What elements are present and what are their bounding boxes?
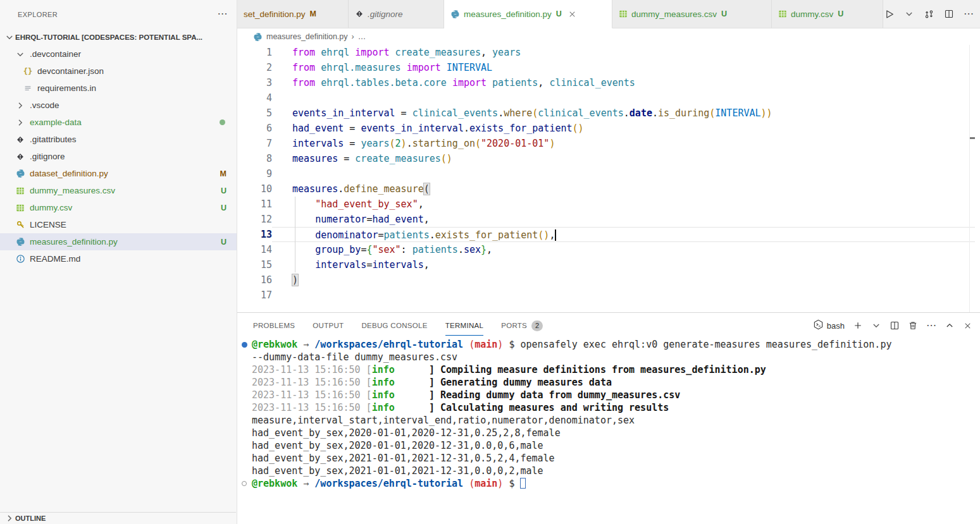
tree-item-dataset-definition-py[interactable]: dataset_definition.pyM xyxy=(0,165,237,182)
line-number: 13 xyxy=(237,227,272,242)
code-text: denominator=patients.exists_for_patient(… xyxy=(292,229,556,241)
code-text: from ehrql.tables.beta.core import patie… xyxy=(292,77,635,88)
outline-section-header[interactable]: OUTLINE xyxy=(0,512,236,524)
chevron-up-icon[interactable] xyxy=(945,320,955,331)
code-line-2[interactable]: 2from ehrql.measures import INTERVAL xyxy=(237,60,975,75)
tree-item-label: .gitattributes xyxy=(30,135,77,144)
tree-item-label: example-data xyxy=(30,118,82,127)
file-tree: .devcontainer{}devcontainer.jsonrequirem… xyxy=(0,46,237,267)
tree-item-gitignore[interactable]: .gitignore xyxy=(0,148,237,165)
tree-item-gitattributes[interactable]: .gitattributes xyxy=(0,131,237,148)
panel-tab-output[interactable]: OUTPUT xyxy=(313,313,344,338)
editor-tab-bar: set_definition.pyM.gitignoremeasures_def… xyxy=(237,0,980,28)
code-line-12[interactable]: 12 numerator=had_event, xyxy=(237,212,975,227)
code-line-3[interactable]: 3from ehrql.tables.beta.core import pati… xyxy=(237,75,975,90)
code-line-6[interactable]: 6had_event = events_in_interval.exists_f… xyxy=(237,121,975,136)
code-line-7[interactable]: 7intervals = years(2).starting_on("2020-… xyxy=(237,136,975,151)
split-icon[interactable] xyxy=(944,9,954,19)
chevron-right-icon xyxy=(14,101,27,111)
line-number: 17 xyxy=(237,288,272,303)
run-icon[interactable] xyxy=(884,9,895,20)
code-line-16[interactable]: 16) xyxy=(237,272,975,288)
code-line-10[interactable]: 10measures.define_measure( xyxy=(237,181,975,197)
panel-tab-debug-console[interactable]: DEBUG CONSOLE xyxy=(361,313,427,338)
terminal-row: 2023-11-13 15:16:50 [info ] Calculating … xyxy=(237,401,980,414)
plus-icon[interactable] xyxy=(853,320,863,331)
tree-item-label: dummy_measures.csv xyxy=(30,186,115,195)
git-icon xyxy=(355,9,364,18)
terminal-row: 2023-11-13 15:16:50 [info ] Reading dumm… xyxy=(237,389,980,401)
overview-ruler-mark xyxy=(970,137,975,139)
tree-item-readme-md[interactable]: README.md xyxy=(0,250,237,267)
code-line-14[interactable]: 14 group_by={"sex": patients.sex}, xyxy=(237,242,975,257)
tree-item-label: LICENSE xyxy=(30,220,66,229)
tab-label: dummy.csv xyxy=(791,9,833,19)
terminal-row: 2023-11-13 15:16:50 [info ] Generating d… xyxy=(237,376,980,389)
panel-actions: bash ⋯ xyxy=(813,313,972,338)
tree-item-dummy-measures-csv[interactable]: dummy_measures.csvU xyxy=(0,182,237,199)
ports-count-badge: 2 xyxy=(531,320,543,331)
ellipsis-icon[interactable]: ⋯ xyxy=(964,11,974,17)
tree-root-label: EHRQL-TUTORIAL [CODESPACES: POTENTIAL SP… xyxy=(15,34,202,41)
code-lines: 1from ehrql import create_measures, year… xyxy=(237,45,975,303)
code-line-11[interactable]: 11 "had_event_by_sex", xyxy=(237,197,975,212)
code-line-1[interactable]: 1from ehrql import create_measures, year… xyxy=(237,45,975,60)
split-icon[interactable] xyxy=(890,320,900,331)
tab-gitignore[interactable]: .gitignore xyxy=(349,0,444,28)
tab-label: .gitignore xyxy=(368,9,403,19)
code-line-5[interactable]: 5events_in_interval = clinical_events.wh… xyxy=(237,106,975,121)
terminal[interactable]: @rebkwok → /workspaces/ehrql-tutorial (m… xyxy=(237,338,980,524)
code-line-17[interactable]: 17 xyxy=(237,288,975,303)
outline-label: OUTLINE xyxy=(15,515,46,522)
terminal-shell-selector[interactable]: bash xyxy=(813,319,845,332)
tab-dummy-measures-csv[interactable]: dummy_measures.csvU xyxy=(612,0,772,28)
csv-icon xyxy=(778,9,787,18)
csv-icon xyxy=(14,186,27,195)
tree-item-example-data[interactable]: example-data xyxy=(0,114,237,131)
tree-item-measures-definition-py[interactable]: measures_definition.pyU xyxy=(0,233,237,250)
tree-item-label: dummy.csv xyxy=(30,203,72,212)
tree-item-requirements-in[interactable]: requirements.in xyxy=(0,80,237,97)
trash-icon[interactable] xyxy=(908,320,918,331)
chevron-down-icon[interactable] xyxy=(904,9,914,19)
tree-item-devcontainer[interactable]: .devcontainer xyxy=(0,46,237,63)
code-editor[interactable]: 1from ehrql import create_measures, year… xyxy=(237,45,975,312)
explorer-more-actions-icon[interactable]: ⋯ xyxy=(218,11,228,18)
breadcrumb-separator: › xyxy=(352,32,354,41)
breadcrumb-file[interactable]: measures_definition.py xyxy=(266,32,348,41)
breadcrumb-symbol[interactable]: … xyxy=(358,32,366,41)
code-line-4[interactable]: 4 xyxy=(237,90,975,106)
chevron-down-icon[interactable] xyxy=(871,320,881,331)
line-number: 5 xyxy=(237,106,272,121)
git-status-badge: U xyxy=(838,9,843,18)
code-line-13[interactable]: 13 denominator=patients.exists_for_patie… xyxy=(237,227,975,242)
terminal-row: 2023-11-13 15:16:50 [info ] Compiling me… xyxy=(237,363,980,376)
compare-icon[interactable] xyxy=(924,9,934,20)
panel-tab-problems[interactable]: PROBLEMS xyxy=(253,313,295,338)
terminal-row: had_event_by_sex,2021-01-01,2021-12-31,0… xyxy=(237,452,980,465)
ellipsis-icon[interactable]: ⋯ xyxy=(926,322,936,329)
close-icon[interactable] xyxy=(963,321,972,331)
chevron-down-icon xyxy=(14,49,27,59)
breadcrumb[interactable]: measures_definition.py › … xyxy=(237,28,975,45)
chevron-right-icon xyxy=(14,118,27,128)
tree-item-license[interactable]: LICENSE xyxy=(0,216,237,233)
tree-item-label: measures_definition.py xyxy=(30,237,118,247)
tree-root-folder[interactable]: EHRQL-TUTORIAL [CODESPACES: POTENTIAL SP… xyxy=(0,29,237,46)
tab-dummy-csv[interactable]: dummy.csvU xyxy=(772,0,883,28)
tree-item-devcontainer-json[interactable]: {}devcontainer.json xyxy=(0,63,237,80)
code-line-9[interactable]: 9 xyxy=(237,166,975,181)
code-line-8[interactable]: 8measures = create_measures() xyxy=(237,151,975,166)
tree-item-dummy-csv[interactable]: dummy.csvU xyxy=(0,199,237,216)
editor-tabs: set_definition.pyM.gitignoremeasures_def… xyxy=(237,0,980,28)
tree-item-vscode[interactable]: .vscode xyxy=(0,97,237,114)
code-line-15[interactable]: 15 intervals=intervals, xyxy=(237,257,975,272)
panel-tab-terminal[interactable]: TERMINAL xyxy=(445,313,484,338)
tab-set-definition-py[interactable]: set_definition.pyM xyxy=(237,0,349,28)
editor-scrollbar[interactable] xyxy=(969,45,970,312)
git-status-badge: M xyxy=(220,169,226,178)
close-icon[interactable] xyxy=(568,9,577,19)
line-number: 12 xyxy=(237,212,272,227)
tab-measures-definition-py[interactable]: measures_definition.pyU xyxy=(444,0,612,28)
panel-tab-ports[interactable]: PORTS2 xyxy=(501,313,543,338)
